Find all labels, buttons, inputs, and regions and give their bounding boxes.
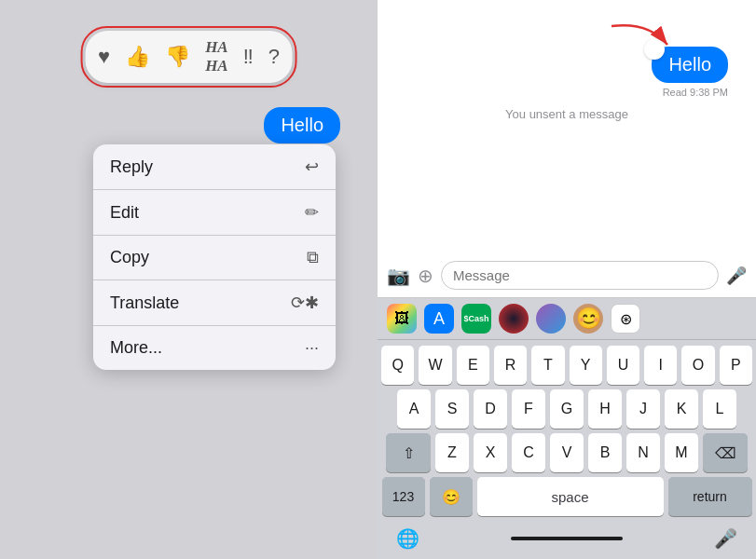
- menu-label-reply: Reply: [110, 157, 153, 177]
- globe-key[interactable]: 🌐: [396, 527, 419, 550]
- menu-label-copy: Copy: [110, 248, 149, 267]
- key-r[interactable]: R: [494, 346, 527, 385]
- copy-icon: ⧉: [307, 248, 319, 267]
- key-row-3: ⇧ Z X C V B N M ⌫: [381, 433, 752, 472]
- reaction-haha[interactable]: HAHA: [205, 38, 228, 75]
- key-b[interactable]: B: [588, 433, 622, 472]
- menu-item-edit[interactable]: Edit ✏: [93, 190, 336, 236]
- context-menu: Reply ↩ Edit ✏ Copy ⧉ Translate ⟳✱ More.…: [93, 144, 336, 370]
- key-f[interactable]: F: [512, 389, 545, 429]
- appstore-icon[interactable]: ⊕: [418, 265, 433, 287]
- reaction-exclamation[interactable]: ‼: [243, 45, 254, 69]
- key-y[interactable]: Y: [570, 346, 602, 385]
- space-key[interactable]: space: [477, 477, 664, 516]
- reaction-question[interactable]: ?: [268, 45, 280, 69]
- edit-icon: ✏: [305, 202, 319, 223]
- reaction-bar-wrapper: ♥ 👍 👎 HAHA ‼ ?: [80, 26, 297, 88]
- appstore-app-icon[interactable]: A: [424, 304, 454, 334]
- key-u[interactable]: U: [607, 346, 639, 385]
- key-j[interactable]: J: [626, 389, 660, 429]
- key-z[interactable]: Z: [435, 433, 469, 472]
- num-key[interactable]: 123: [382, 477, 425, 516]
- read-time: Read 9:38 PM: [663, 87, 728, 98]
- menu-label-translate: Translate: [110, 293, 179, 313]
- key-g[interactable]: G: [550, 389, 584, 429]
- menu-label-edit: Edit: [110, 203, 139, 223]
- left-panel: ♥ 👍 👎 HAHA ‼ ? Hello Reply ↩ Edit ✏ Copy…: [0, 0, 378, 559]
- key-o[interactable]: O: [681, 346, 714, 385]
- key-row-2: A S D F G H J K L: [381, 389, 752, 429]
- home-indicator: [511, 537, 623, 540]
- menu-item-copy[interactable]: Copy ⧉: [93, 236, 336, 280]
- mic-icon[interactable]: 🎤: [726, 266, 747, 286]
- key-d[interactable]: D: [474, 389, 507, 429]
- key-row-bottom: 123 😊 space return: [381, 477, 752, 516]
- key-h[interactable]: H: [588, 389, 622, 429]
- key-k[interactable]: K: [665, 389, 698, 429]
- heart-reaction-badge: ♥: [644, 39, 665, 60]
- reply-icon: ↩: [305, 157, 319, 177]
- shift-key[interactable]: ⇧: [386, 433, 431, 472]
- right-top: ♥ Hello Read 9:38 PM You unsent a messag…: [378, 0, 756, 130]
- key-p[interactable]: P: [720, 346, 752, 385]
- menu-item-more[interactable]: More... ···: [93, 326, 336, 370]
- hello-bubble-left: Hello: [264, 107, 340, 143]
- key-l[interactable]: L: [703, 389, 736, 429]
- hello-bubble-right: ♥ Hello: [652, 47, 728, 83]
- reaction-bar: ♥ 👍 👎 HAHA ‼ ?: [85, 31, 293, 83]
- keyboard: Q W E R T Y U I O P A S D F G H J K: [378, 340, 756, 524]
- message-input[interactable]: [441, 261, 719, 290]
- return-key[interactable]: return: [668, 477, 752, 516]
- key-s[interactable]: S: [435, 389, 469, 429]
- key-a[interactable]: A: [397, 389, 431, 429]
- music-app-icon[interactable]: [499, 304, 529, 334]
- key-q[interactable]: Q: [381, 346, 414, 385]
- menu-item-reply[interactable]: Reply ↩: [93, 144, 336, 190]
- unsent-message: You unsent a message: [396, 107, 737, 121]
- stamp-icon[interactable]: ⊛: [611, 304, 640, 334]
- key-row-1: Q W E R T Y U I O P: [381, 346, 752, 385]
- delete-key[interactable]: ⌫: [703, 433, 748, 472]
- app-row: 🖼 A $Cash 😊 ⊛: [378, 298, 756, 340]
- key-x[interactable]: X: [474, 433, 507, 472]
- right-panel: ♥ Hello Read 9:38 PM You unsent a messag…: [378, 0, 756, 559]
- camera-icon[interactable]: 📷: [387, 265, 410, 287]
- translate-icon: ⟳✱: [291, 293, 319, 313]
- reaction-thumbsup[interactable]: 👍: [125, 45, 150, 69]
- reaction-thumbsdown[interactable]: 👎: [165, 45, 190, 69]
- reaction-heart[interactable]: ♥: [98, 45, 110, 69]
- cash-app-icon[interactable]: $Cash: [461, 304, 491, 334]
- photos-app-icon[interactable]: 🖼: [387, 304, 417, 334]
- key-v[interactable]: V: [550, 433, 584, 472]
- memoji-icon[interactable]: 😊: [573, 304, 603, 334]
- key-e[interactable]: E: [457, 346, 489, 385]
- podcast-app-icon[interactable]: [536, 304, 566, 334]
- input-bar: 📷 ⊕ 🎤: [378, 253, 756, 298]
- more-icon: ···: [305, 338, 319, 358]
- key-c[interactable]: C: [512, 433, 545, 472]
- key-w[interactable]: W: [419, 346, 451, 385]
- emoji-key[interactable]: 😊: [430, 477, 473, 516]
- menu-label-more: More...: [110, 338, 162, 358]
- key-m[interactable]: M: [665, 433, 698, 472]
- key-i[interactable]: I: [644, 346, 677, 385]
- key-n[interactable]: N: [626, 433, 660, 472]
- key-t[interactable]: T: [531, 346, 564, 385]
- keyboard-area: 📷 ⊕ 🎤 🖼 A $Cash 😊 ⊛ Q W E R T Y: [378, 253, 756, 559]
- menu-item-translate[interactable]: Translate ⟳✱: [93, 280, 336, 326]
- mic-bottom-key[interactable]: 🎤: [714, 527, 737, 550]
